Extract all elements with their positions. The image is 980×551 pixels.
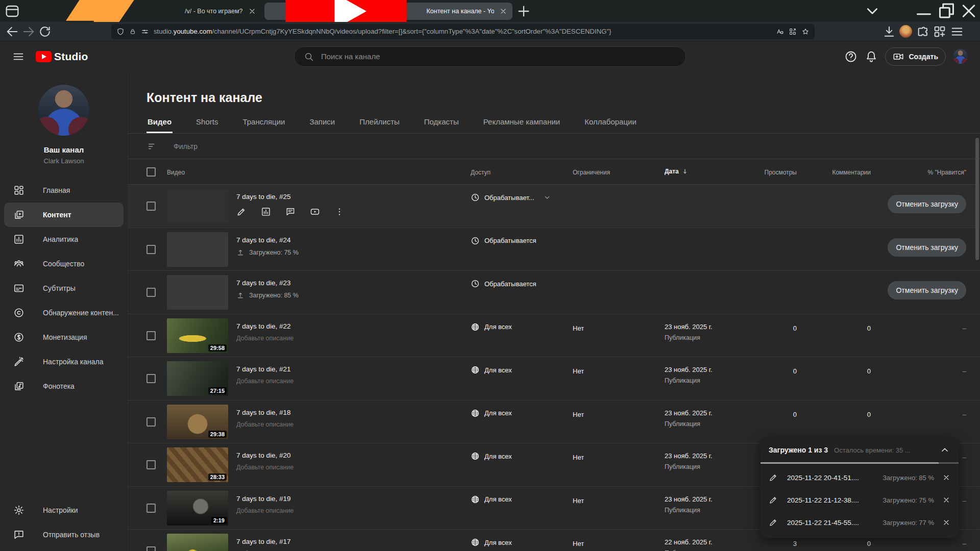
restore-window-button[interactable]: [935, 0, 958, 22]
tracking-shield-icon[interactable]: [116, 28, 125, 36]
row-checkbox[interactable]: [146, 288, 156, 297]
channel-avatar[interactable]: [38, 85, 89, 136]
video-thumbnail[interactable]: 2:19: [167, 491, 228, 525]
tab-live[interactable]: Трансляции: [241, 111, 286, 133]
sidebar-item-feedback[interactable]: Отправить отзыв: [4, 522, 124, 547]
video-thumbnail[interactable]: 29:38: [167, 405, 228, 439]
close-tab-icon[interactable]: [248, 7, 256, 15]
row-checkbox[interactable]: [146, 504, 156, 513]
watch-on-youtube-button[interactable]: [310, 207, 320, 217]
hamburger-menu-icon[interactable]: [12, 51, 24, 63]
cancel-upload-button[interactable]: Отменить загрузку: [888, 281, 966, 299]
edit-upload-icon[interactable]: [769, 518, 778, 527]
sidebar-item-dashboard[interactable]: Главная: [4, 178, 124, 203]
search-input[interactable]: [321, 52, 676, 61]
edit-video-button[interactable]: [236, 207, 247, 217]
sidebar-item-monetization[interactable]: Монетизация: [4, 325, 124, 349]
tab-videos[interactable]: Видео: [146, 111, 173, 133]
sidebar-item-analytics[interactable]: Аналитика: [4, 227, 124, 252]
studio-account-avatar[interactable]: [953, 49, 968, 64]
video-row[interactable]: 7 days to die, #24Загружено: 75 %Обрабат…: [128, 228, 980, 271]
row-checkbox[interactable]: [146, 417, 156, 427]
browser-account-avatar[interactable]: [899, 25, 912, 38]
new-tab-button[interactable]: [516, 3, 532, 19]
back-button[interactable]: [5, 24, 19, 39]
collapse-popup-chevron-icon[interactable]: [939, 444, 950, 456]
menu-icon[interactable]: [950, 24, 964, 39]
close-tab-icon[interactable]: [499, 7, 507, 15]
scrollbar-thumb[interactable]: [975, 138, 979, 260]
date-label: 23 нояб. 2025 г.: [665, 409, 713, 417]
tab-collaborations[interactable]: Коллаборации: [583, 111, 638, 133]
studio-logo[interactable]: Studio: [36, 51, 88, 63]
minimize-button[interactable]: [913, 0, 935, 22]
cancel-upload-item-icon[interactable]: [942, 473, 950, 482]
video-row[interactable]: 29:587 days to die, #22Добавьте описание…: [128, 314, 980, 358]
sidebar-item-subtitles[interactable]: Субтитры: [4, 276, 124, 300]
video-thumbnail[interactable]: 28:33: [167, 447, 228, 482]
upload-popup-header[interactable]: Загружено 1 из 3 Осталось времени: 35 ..…: [761, 438, 959, 462]
row-checkbox[interactable]: [146, 202, 156, 211]
browser-tab-2[interactable]: Контент на канале - You: [264, 3, 512, 20]
create-button[interactable]: Создать: [885, 47, 946, 66]
help-icon[interactable]: [844, 50, 857, 63]
list-all-tabs-chevron-icon[interactable]: [863, 0, 882, 22]
video-thumbnail[interactable]: [167, 232, 228, 267]
sidebar-item-community[interactable]: Сообщество: [4, 252, 124, 276]
row-checkbox[interactable]: [146, 331, 156, 340]
firefox-view-icon[interactable]: [4, 3, 20, 19]
video-thumbnail[interactable]: [167, 275, 228, 310]
tab-posts[interactable]: Записи: [308, 111, 336, 133]
video-thumbnail[interactable]: 29:58: [167, 318, 228, 353]
column-date-sort[interactable]: Дата: [665, 168, 689, 175]
apps-grid-icon[interactable]: [933, 24, 947, 39]
translate-icon[interactable]: [776, 28, 784, 36]
sidebar-item-audio-library[interactable]: Фонотека: [4, 374, 124, 398]
video-thumbnail[interactable]: [167, 534, 228, 551]
row-checkbox[interactable]: [146, 374, 156, 383]
filter-bar[interactable]: [128, 134, 980, 159]
video-row[interactable]: 27:157 days to die, #21Добавьте описание…: [128, 357, 980, 400]
video-analytics-button[interactable]: [261, 207, 271, 217]
close-window-button[interactable]: [958, 0, 980, 22]
edit-upload-icon[interactable]: [769, 495, 778, 505]
more-actions-button[interactable]: [334, 207, 345, 217]
bookmark-star-icon[interactable]: [801, 28, 810, 36]
row-checkbox[interactable]: [146, 460, 156, 469]
sidebar-item-copyright[interactable]: Обнаружение контен...: [4, 300, 124, 325]
lock-icon[interactable]: [129, 28, 136, 35]
filter-input[interactable]: [174, 142, 480, 151]
browser-tab-1[interactable]: /v/ - Во что играем?: [22, 3, 261, 20]
video-row[interactable]: 7 days to die, #25Обрабатывает...Отменит…: [128, 185, 980, 228]
row-checkbox[interactable]: [146, 546, 156, 551]
cancel-upload-item-icon[interactable]: [942, 518, 950, 527]
video-row[interactable]: 7 days to die, #23Загружено: 85 %Обрабат…: [128, 271, 980, 314]
workspaces-icon[interactable]: [789, 28, 797, 36]
cancel-upload-item-icon[interactable]: [942, 496, 950, 504]
cancel-upload-button[interactable]: Отменить загрузку: [888, 195, 966, 213]
tab-playlists[interactable]: Плейлисты: [358, 111, 401, 133]
permissions-icon[interactable]: [141, 28, 149, 36]
tab-shorts[interactable]: Shorts: [195, 111, 219, 133]
reload-button[interactable]: [38, 24, 52, 39]
notifications-bell-icon[interactable]: [865, 50, 878, 63]
video-thumbnail[interactable]: 27:15: [167, 361, 228, 396]
video-row[interactable]: 29:387 days to die, #18Добавьте описание…: [128, 400, 980, 444]
channel-search-bar[interactable]: [294, 46, 686, 67]
video-comments-button[interactable]: [285, 207, 296, 217]
select-all-checkbox[interactable]: [146, 167, 156, 177]
sidebar-item-customization[interactable]: Настройка канала: [4, 349, 124, 374]
downloads-icon[interactable]: [882, 24, 896, 39]
video-thumbnail[interactable]: [167, 189, 228, 223]
sidebar-item-settings[interactable]: Настройки: [4, 498, 124, 522]
row-checkbox[interactable]: [146, 245, 156, 254]
tab-promotions[interactable]: Рекламные кампании: [482, 111, 561, 133]
extensions-icon[interactable]: [915, 24, 929, 39]
sidebar-item-content[interactable]: Контент: [4, 203, 124, 227]
cancel-upload-button[interactable]: Отменить загрузку: [888, 238, 966, 257]
tab-podcasts[interactable]: Подкасты: [423, 111, 460, 133]
expand-processing-chevron-icon[interactable]: [543, 193, 551, 202]
edit-upload-icon[interactable]: [769, 473, 778, 482]
url-bar[interactable]: studio.youtube.com/channel/UCrpmCntjg7Ky…: [111, 24, 815, 39]
forward-button[interactable]: [21, 24, 36, 39]
